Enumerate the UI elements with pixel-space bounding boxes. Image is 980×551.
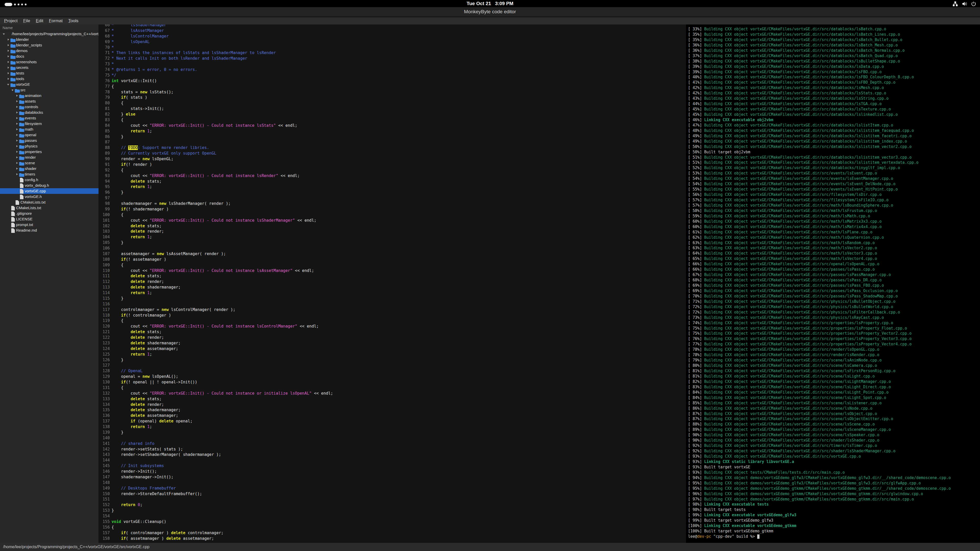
code-line[interactable]: render->StoreDefaultFramebuffer();	[111, 491, 686, 497]
tree-header-name[interactable]: Name	[0, 24, 99, 31]
code-line[interactable]: delete shadermanager;	[111, 341, 686, 346]
code-line[interactable]: * Then links the instances of lsStats an…	[111, 50, 686, 56]
code-line[interactable]: if(! render )	[111, 162, 686, 168]
chevron-right-icon[interactable]	[15, 94, 19, 98]
code-line[interactable]: // Init subsystems	[111, 463, 686, 469]
code-line[interactable]: *	[111, 45, 686, 51]
chevron-right-icon[interactable]	[15, 150, 19, 154]
chevron-right-icon[interactable]	[15, 127, 19, 131]
code-line[interactable]: *	[111, 62, 686, 67]
chevron-right-icon[interactable]	[15, 133, 19, 137]
code-line[interactable]: openal = new lsOpenAL();	[111, 374, 686, 380]
code-line[interactable]: }	[111, 190, 686, 195]
tree-item-filesystem[interactable]: filesystem	[0, 121, 99, 127]
code-line[interactable]: if( stats )	[111, 95, 686, 100]
code-line[interactable]	[111, 363, 686, 368]
code-line[interactable]: return 1;	[111, 290, 686, 296]
code-line[interactable]: assetmanager = new lsAssetManager( rende…	[111, 251, 686, 257]
code-line[interactable]	[111, 435, 686, 441]
tree-item-.gitignore[interactable]: .gitignore	[0, 211, 99, 216]
menu-item-tools[interactable]: Tools	[65, 17, 81, 24]
code-line[interactable]: return 1;	[111, 234, 686, 240]
code-line[interactable]: int vortxGE::Init()	[111, 78, 686, 84]
code-line[interactable]: if(! shadermanager )	[111, 206, 686, 212]
chevron-right-icon[interactable]	[6, 60, 11, 64]
code-line[interactable]: }	[111, 357, 686, 363]
file-tree-panel[interactable]: Name /home/lee/projects/Programming/proj…	[0, 24, 99, 543]
tree-item-scene[interactable]: scene	[0, 160, 99, 166]
code-line[interactable]: if( assetmanager ) delete assetmanager;	[111, 536, 686, 541]
code-line[interactable]: * lsShaderManager	[111, 24, 686, 28]
code-line[interactable]: {	[111, 525, 686, 530]
tree-item-blender[interactable]: blender	[0, 37, 99, 42]
code-line[interactable]: }	[111, 430, 686, 435]
tree-item-physics[interactable]: physics	[0, 143, 99, 149]
chevron-right-icon[interactable]	[6, 77, 11, 81]
network-icon[interactable]	[953, 1, 958, 6]
code-line[interactable]	[111, 302, 686, 307]
code-line[interactable]: delete stats;	[111, 329, 686, 335]
chevron-right-icon[interactable]	[6, 49, 11, 53]
tree-item-src[interactable]: src	[0, 87, 99, 93]
code-line[interactable]: * @returns 1 = error, 0 = no errors.	[111, 67, 686, 73]
code-line[interactable]: if (openal) delete openal;	[111, 419, 686, 424]
chevron-right-icon[interactable]	[6, 38, 11, 41]
code-line[interactable]: shadermanager->Init();	[111, 475, 686, 480]
code-line[interactable]: stats = new lsStats();	[111, 89, 686, 95]
menu-item-file[interactable]: File	[21, 17, 33, 24]
tree-item-config.h[interactable]: config.h	[0, 177, 99, 183]
code-line[interactable]: cout << "ERROR: vortxGE::Init() - Could …	[111, 268, 686, 274]
code-line[interactable]: {	[111, 168, 686, 173]
code-line[interactable]: }	[111, 296, 686, 302]
code-line[interactable]: {	[111, 385, 686, 391]
code-line[interactable]	[111, 457, 686, 463]
tree-item-openal[interactable]: openal	[0, 132, 99, 138]
code-line[interactable]: cout << "ERROR: vortxGE::Init() - Could …	[111, 324, 686, 329]
code-line[interactable]: * Next it calls Init on both lsRender an…	[111, 56, 686, 62]
chevron-right-icon[interactable]	[15, 138, 19, 143]
chevron-down-icon[interactable]	[2, 32, 6, 36]
code-line[interactable]: if(! controlmanager )	[111, 313, 686, 318]
code-line[interactable]: if( controlmanager ) delete controlmanag…	[111, 530, 686, 536]
code-line[interactable]: void vortxGE::Cleanup()	[111, 519, 686, 525]
code-line[interactable]: stats->Init();	[111, 106, 686, 112]
code-line[interactable]: return 1;	[111, 352, 686, 357]
tree-item-controls[interactable]: controls	[0, 104, 99, 110]
code-line[interactable]: delete stats;	[111, 273, 686, 279]
chevron-right-icon[interactable]	[15, 156, 19, 159]
code-line[interactable]: shadermanager = new lsShaderManager( ren…	[111, 201, 686, 206]
code-line[interactable]: cout << "ERROR: vortxGE::Init() - Could …	[111, 173, 686, 179]
menu-item-project[interactable]: Project	[1, 17, 21, 24]
code-line[interactable]: // OpenaL	[111, 368, 686, 374]
tree-item-license[interactable]: LICENSE	[0, 216, 99, 222]
tree-item-demos[interactable]: demos	[0, 48, 99, 54]
chevron-right-icon[interactable]	[15, 116, 19, 120]
code-line[interactable]: render->setStats( stats );	[111, 447, 686, 452]
chevron-right-icon[interactable]	[6, 71, 11, 75]
chevron-right-icon[interactable]	[15, 167, 19, 171]
code-editor[interactable]: 6667686970717273747576777879808182838485…	[99, 24, 686, 543]
code-line[interactable]: {	[111, 118, 686, 123]
code-line[interactable]: delete assetmanager;	[111, 346, 686, 352]
tree-item-properties[interactable]: properties	[0, 149, 99, 155]
code-line[interactable]: render = new lsOpenGL;	[111, 156, 686, 162]
code-line[interactable]: * lsOpenAL	[111, 39, 686, 45]
tree-item-tests[interactable]: tests	[0, 70, 99, 76]
tree-item-events[interactable]: events	[0, 115, 99, 121]
code-line[interactable]: cout << "ERROR: vortxGE::Init() - Could …	[111, 218, 686, 224]
code-line[interactable]: */	[111, 73, 686, 78]
tree-item-shader[interactable]: shader	[0, 166, 99, 171]
code-line[interactable]: delete render;	[111, 335, 686, 341]
code-line[interactable]: * lsControlManager	[111, 34, 686, 39]
chevron-right-icon[interactable]	[15, 122, 19, 126]
code-line[interactable]: * lsAssetManager	[111, 28, 686, 34]
code-line[interactable]: }	[111, 508, 686, 513]
code-line[interactable]: cout << "ERROR: vortxGE::Init() - Could …	[111, 391, 686, 396]
tree-item--home-lee-projects-programming-projects_c-vortxge[interactable]: /home/lee/projects/Programming/projects_…	[0, 31, 99, 37]
code-line[interactable]	[111, 195, 686, 201]
code-line[interactable]: delete render;	[111, 229, 686, 234]
chevron-right-icon[interactable]	[6, 54, 11, 59]
code-line[interactable]: delete shadermanager;	[111, 285, 686, 290]
code-line[interactable]: // shared info	[111, 441, 686, 447]
code-line[interactable]: } else	[111, 112, 686, 118]
